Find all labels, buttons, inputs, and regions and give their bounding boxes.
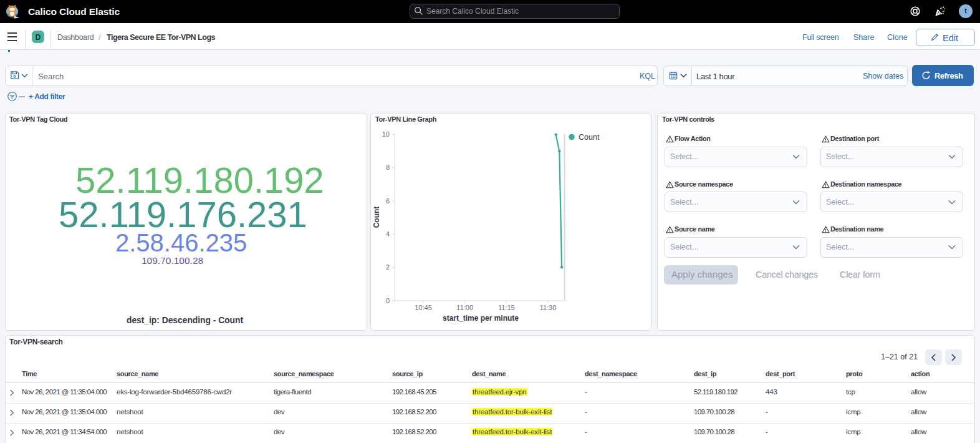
svg-text:11:15: 11:15 bbox=[498, 304, 515, 311]
svg-text:start_time per minute: start_time per minute bbox=[443, 314, 519, 323]
svg-text:Count: Count bbox=[372, 207, 381, 228]
svg-text:11:30: 11:30 bbox=[540, 304, 557, 311]
svg-text:10: 10 bbox=[382, 130, 390, 138]
svg-text:8: 8 bbox=[386, 163, 390, 171]
svg-text:11:00: 11:00 bbox=[456, 304, 473, 311]
svg-text:Count: Count bbox=[579, 133, 600, 142]
svg-text:0: 0 bbox=[386, 297, 390, 304]
svg-text:6: 6 bbox=[386, 197, 390, 205]
svg-text:4: 4 bbox=[386, 230, 390, 238]
svg-text:2: 2 bbox=[386, 263, 390, 271]
svg-text:10:45: 10:45 bbox=[415, 304, 432, 311]
